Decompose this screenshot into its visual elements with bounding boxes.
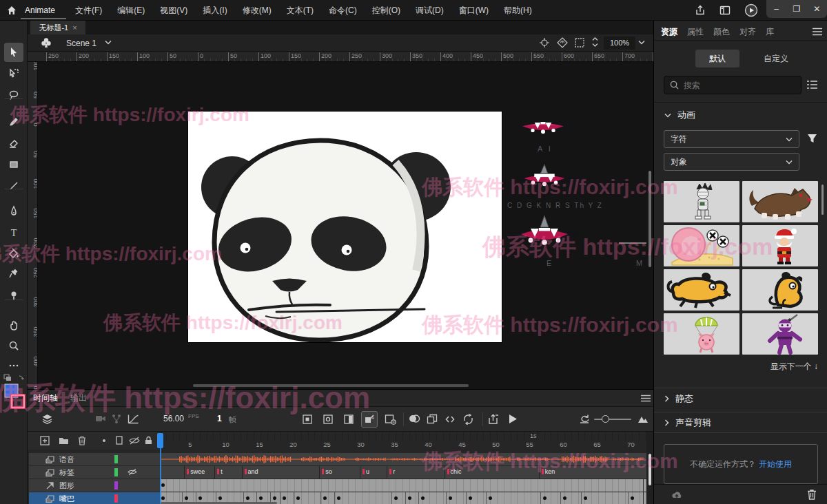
- keyframe-dot[interactable]: [296, 496, 300, 500]
- hide-all-layers-icon[interactable]: [129, 437, 140, 445]
- keyframe-dot[interactable]: [273, 496, 276, 500]
- eyedropper-tool[interactable]: [4, 264, 23, 284]
- clip-content-icon[interactable]: [574, 37, 585, 48]
- layer-row-嘴巴[interactable]: 嘴巴: [29, 492, 160, 504]
- search-input[interactable]: [684, 81, 787, 90]
- panel-menu-icon[interactable]: [813, 28, 822, 36]
- close-button[interactable]: ✕: [810, 4, 824, 14]
- menu-命令(C)[interactable]: 命令(C): [323, 2, 363, 19]
- pen-tool[interactable]: [4, 202, 23, 221]
- keyframe-dot[interactable]: [469, 496, 472, 500]
- keyframe-dot[interactable]: [259, 496, 263, 500]
- mouth-shape-ai[interactable]: [511, 117, 575, 138]
- section-animation[interactable]: 动画: [664, 109, 695, 121]
- menu-窗口(W)[interactable]: 窗口(W): [453, 2, 495, 19]
- timeline-menu-icon[interactable]: [641, 395, 651, 402]
- layer-color-chip[interactable]: [114, 455, 118, 463]
- keyframe-dot[interactable]: [489, 496, 492, 500]
- scene-chevron-icon[interactable]: [105, 40, 112, 45]
- hand-tool[interactable]: [4, 315, 23, 335]
- canvas-vertical-scrollbar[interactable]: [649, 171, 651, 267]
- asset-warp-tool[interactable]: [4, 286, 23, 305]
- menu-调试(D)[interactable]: 调试(D): [409, 2, 450, 19]
- brush-tool[interactable]: [4, 112, 23, 132]
- canvas-horizontal-scrollbar[interactable]: [193, 384, 469, 387]
- modify-markers-icon[interactable]: [445, 414, 456, 425]
- insert-blank-keyframe-icon[interactable]: [323, 414, 334, 425]
- paint-bucket-tool[interactable]: [4, 244, 23, 263]
- menu-文件(F)[interactable]: 文件(F): [69, 2, 108, 19]
- eraser-tool[interactable]: [4, 134, 23, 153]
- mode-tab-default[interactable]: 默认: [695, 50, 739, 67]
- trash-icon[interactable]: [807, 489, 817, 500]
- export-frame-icon[interactable]: [488, 414, 500, 425]
- keyframe-dot[interactable]: [408, 496, 411, 500]
- more-tool[interactable]: [4, 356, 23, 375]
- keyframe-dot[interactable]: [394, 496, 398, 500]
- section-sound[interactable]: 声音剪辑: [654, 412, 827, 432]
- keyframe-dot[interactable]: [631, 496, 634, 500]
- keyframe-dot[interactable]: [246, 496, 249, 500]
- auto-keyframe-icon[interactable]: A: [361, 411, 378, 428]
- layer-name[interactable]: 嘴巴: [59, 494, 74, 504]
- layer-name[interactable]: 语音: [59, 454, 74, 465]
- mode-tab-custom[interactable]: 自定义: [754, 50, 798, 67]
- asset-thumbnail-snail[interactable]: [664, 225, 739, 266]
- center-stage-icon[interactable]: [539, 37, 550, 48]
- reset-zoom-icon[interactable]: [579, 414, 590, 423]
- keyframe-dot[interactable]: [563, 496, 566, 500]
- show-next-link[interactable]: 显示下一个 ↓: [664, 361, 818, 372]
- ease-graph-icon[interactable]: [127, 414, 139, 424]
- asset-thumbnail-ninja[interactable]: [742, 313, 818, 355]
- lock-all-layers-icon[interactable]: [145, 436, 152, 445]
- loop-icon[interactable]: [462, 414, 474, 425]
- object-dropdown[interactable]: 对象: [664, 153, 799, 171]
- delete-frame-icon[interactable]: [385, 414, 396, 425]
- zoom-level-value[interactable]: 100%: [604, 36, 635, 50]
- current-frame-value[interactable]: 1: [217, 414, 222, 423]
- test-movie-icon[interactable]: [744, 3, 758, 17]
- keyframe-dot[interactable]: [337, 496, 340, 500]
- timeline-zoom-slider[interactable]: [594, 419, 631, 420]
- onion-skin-icon[interactable]: [408, 414, 420, 423]
- scene-name[interactable]: Scene 1: [66, 39, 96, 48]
- frames-label-layer[interactable]: sweetandsourchicken: [160, 466, 646, 479]
- lasso-tool[interactable]: [4, 85, 23, 105]
- asset-thumbnail-wolf[interactable]: [742, 181, 818, 222]
- asset-thumbnail-pig-parachute[interactable]: [664, 313, 739, 355]
- frames-graphics-layer[interactable]: [160, 479, 646, 492]
- asset-thumbnail-mummy[interactable]: [664, 181, 739, 222]
- menu-视图(V)[interactable]: 视图(V): [154, 2, 194, 19]
- layer-color-chip[interactable]: [114, 494, 118, 503]
- keyframe-dot[interactable]: [323, 496, 327, 500]
- tab-close-icon[interactable]: ×: [72, 23, 76, 32]
- share-icon[interactable]: [695, 5, 706, 16]
- frames-voice-layer[interactable]: [160, 453, 646, 465]
- keyframe-dot[interactable]: [161, 483, 165, 487]
- layer-parenting-icon[interactable]: [111, 414, 122, 424]
- new-layer-icon[interactable]: [40, 436, 50, 445]
- tab-timeline[interactable]: 时间轴: [33, 392, 58, 404]
- layer-hidden-icon[interactable]: [127, 468, 137, 476]
- selection-tool[interactable]: [4, 43, 23, 62]
- line-tool[interactable]: [4, 176, 23, 196]
- insert-frame-icon[interactable]: [343, 414, 354, 425]
- layer-name[interactable]: 标签: [59, 468, 74, 478]
- layer-name[interactable]: 图形: [59, 481, 74, 491]
- list-view-icon[interactable]: [807, 80, 817, 90]
- asset-thumbnail-santa[interactable]: [742, 225, 818, 266]
- keyframe-dot[interactable]: [218, 496, 222, 500]
- home-icon[interactable]: [6, 5, 17, 16]
- fps-value[interactable]: 56.00: [163, 414, 184, 423]
- camera-icon[interactable]: [95, 414, 106, 423]
- timeline-zoom-knob[interactable]: [602, 415, 609, 423]
- promo-cta-link[interactable]: 开始使用: [759, 459, 792, 470]
- layer-row-标签[interactable]: 标签: [29, 466, 160, 479]
- cloud-upload-icon[interactable]: [671, 490, 683, 500]
- menu-编辑(E)[interactable]: 编辑(E): [111, 2, 151, 19]
- edit-multiple-frames-icon[interactable]: [427, 414, 438, 425]
- menu-控制(O)[interactable]: 控制(O): [366, 2, 407, 19]
- canvas-pasteboard[interactable]: A I C D G K N R S Th Y Z E M: [38, 62, 653, 389]
- subselection-tool[interactable]: [4, 64, 23, 83]
- timeline-vertical-scrollbar[interactable]: [649, 454, 651, 485]
